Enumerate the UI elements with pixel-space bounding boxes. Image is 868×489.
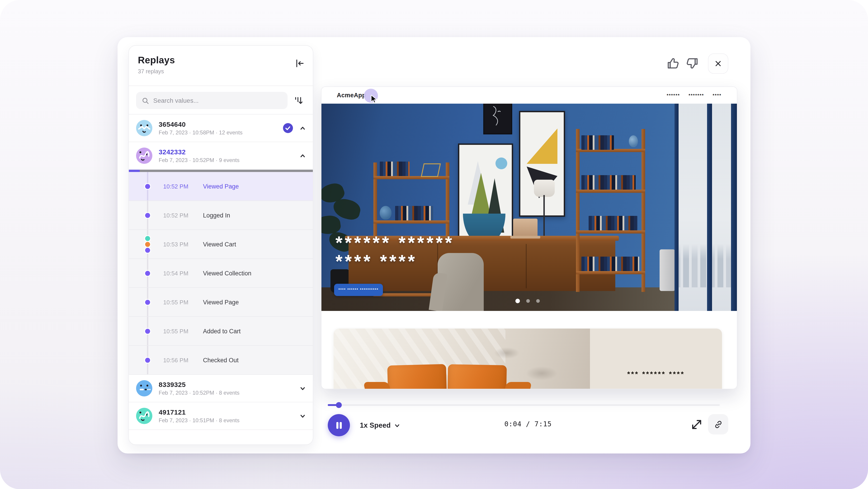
event-row[interactable]: 10:53 PMViewed Cart bbox=[129, 230, 313, 259]
nav-item-masked: **** bbox=[713, 93, 721, 98]
playback-time: 0:04 / 7:15 bbox=[492, 420, 564, 428]
screenshot-frame: Replays 37 replays Search values... 3654… bbox=[0, 0, 868, 489]
event-time: 10:52 PM bbox=[163, 183, 188, 190]
pause-icon bbox=[334, 421, 343, 430]
thumbs-down-icon bbox=[685, 56, 700, 70]
event-time: 10:55 PM bbox=[163, 328, 188, 335]
shelf-decor bbox=[421, 163, 441, 177]
session-meta: Feb 7, 2023 · 10:52PM · 8 events bbox=[159, 390, 299, 396]
thumbs-up-button[interactable] bbox=[665, 56, 680, 70]
avatar-face bbox=[136, 408, 152, 424]
hero-window bbox=[675, 104, 737, 311]
replay-hero-image: ****** ****** **** **** **** ****** ****… bbox=[321, 104, 737, 311]
sort-button[interactable] bbox=[292, 94, 306, 107]
session-row[interactable]: 3242332Feb 7, 2023 · 10:52PM · 9 events bbox=[129, 142, 313, 170]
playback-progress-bar[interactable] bbox=[328, 404, 720, 406]
shelf-board bbox=[576, 271, 645, 274]
carousel-dot[interactable] bbox=[536, 299, 540, 303]
lineart-face bbox=[484, 104, 509, 130]
session-row[interactable]: 3654640Feb 7, 2023 · 10:58PM · 12 events bbox=[129, 115, 313, 142]
page-title: Replays bbox=[138, 55, 304, 66]
search-row: Search values... bbox=[129, 86, 313, 114]
total-duration: 7:15 bbox=[535, 420, 552, 428]
carousel-dot[interactable] bbox=[526, 299, 530, 303]
event-dot bbox=[145, 270, 150, 276]
session-row[interactable]: 8339325Feb 7, 2023 · 10:52PM · 8 events bbox=[129, 375, 313, 402]
event-time: 10:56 PM bbox=[163, 356, 188, 364]
chevron-up-icon bbox=[299, 124, 307, 132]
sofa-cushion bbox=[447, 364, 507, 389]
desk-seam bbox=[526, 244, 527, 288]
close-icon bbox=[714, 59, 722, 68]
shelf-vase bbox=[380, 206, 392, 220]
avatar bbox=[136, 120, 152, 136]
shelf-books bbox=[380, 162, 410, 176]
site-nav: ****** ******* **** bbox=[666, 93, 721, 98]
session-texts: 3242332Feb 7, 2023 · 10:52PM · 9 events bbox=[159, 148, 299, 163]
time-separator: / bbox=[526, 420, 530, 428]
event-name: Added to Cart bbox=[203, 328, 241, 335]
site-logo: AcmeApp bbox=[337, 92, 366, 99]
replay-modal: Replays 37 replays Search values... 3654… bbox=[118, 37, 750, 454]
event-name: Viewed Page bbox=[203, 299, 239, 306]
shelf-vase bbox=[629, 135, 638, 147]
session-id: 3654640 bbox=[159, 120, 283, 128]
product-photo-sofa bbox=[334, 328, 590, 389]
window-mullion bbox=[731, 104, 737, 311]
thumbs-down-button[interactable] bbox=[685, 56, 700, 70]
event-row[interactable]: 10:52 PMViewed Page bbox=[129, 172, 313, 201]
chevron-down-icon bbox=[299, 384, 307, 392]
session-meta: Feb 7, 2023 · 10:52PM · 9 events bbox=[159, 157, 299, 163]
event-dot bbox=[145, 242, 150, 247]
event-row[interactable]: 10:56 PMChecked Out bbox=[129, 346, 313, 375]
speed-label: 1x Speed bbox=[360, 421, 391, 430]
shelf-post bbox=[642, 129, 645, 292]
hero-radiator bbox=[659, 249, 675, 291]
hero-cta-button[interactable]: **** ****** ********** bbox=[334, 284, 383, 296]
fullscreen-button[interactable] bbox=[690, 418, 704, 431]
close-button[interactable] bbox=[708, 53, 728, 74]
event-row[interactable]: 10:55 PMViewed Page bbox=[129, 288, 313, 317]
shelf-board bbox=[576, 230, 645, 233]
copy-link-button[interactable] bbox=[708, 414, 728, 434]
avatar bbox=[136, 380, 152, 397]
event-dot bbox=[145, 299, 150, 305]
event-row[interactable]: 10:55 PMAdded to Cart bbox=[129, 317, 313, 346]
event-name: Logged In bbox=[203, 212, 230, 219]
check-icon bbox=[283, 123, 293, 133]
carousel-dot-active[interactable] bbox=[515, 299, 520, 303]
avatar bbox=[136, 408, 152, 424]
nav-item-masked: ****** bbox=[666, 93, 680, 98]
event-time: 10:52 PM bbox=[163, 212, 188, 219]
progress-knob[interactable] bbox=[336, 402, 342, 408]
session-meta: Feb 7, 2023 · 10:58PM · 12 events bbox=[159, 130, 283, 136]
collapse-sidebar-button[interactable] bbox=[293, 57, 307, 70]
sort-descending-icon bbox=[293, 95, 304, 106]
sofa-cushion bbox=[387, 364, 447, 389]
event-name: Viewed Page bbox=[203, 183, 239, 190]
session-meta: Feb 7, 2023 · 10:51PM · 8 events bbox=[159, 417, 299, 424]
cursor-icon bbox=[370, 94, 378, 104]
poster-shape bbox=[527, 128, 557, 164]
speed-dropdown[interactable]: 1x Speed bbox=[360, 420, 400, 431]
pause-button[interactable] bbox=[328, 414, 350, 436]
avatar bbox=[136, 147, 152, 164]
avatar-face bbox=[136, 120, 152, 136]
search-input[interactable]: Search values... bbox=[136, 92, 287, 109]
laptop-base bbox=[510, 236, 540, 238]
event-row[interactable]: 10:52 PMLogged In bbox=[129, 201, 313, 230]
event-row[interactable]: 10:54 PMViewed Collection bbox=[129, 259, 313, 288]
elapsed-time: 0:04 bbox=[504, 420, 522, 428]
nav-item-masked: ******* bbox=[688, 93, 704, 98]
session-id: 8339325 bbox=[159, 381, 299, 388]
event-time: 10:55 PM bbox=[163, 299, 188, 306]
window-mullion bbox=[707, 104, 712, 311]
event-dot bbox=[145, 357, 150, 363]
event-time: 10:54 PM bbox=[163, 270, 188, 277]
session-texts: 8339325Feb 7, 2023 · 10:52PM · 8 events bbox=[159, 381, 299, 396]
session-row[interactable]: 4917121Feb 7, 2023 · 10:51PM · 8 events bbox=[129, 402, 313, 430]
search-icon bbox=[142, 97, 149, 104]
chevron-down-icon bbox=[394, 423, 400, 428]
shelf-books bbox=[589, 216, 638, 230]
session-progress-bar[interactable] bbox=[129, 170, 313, 172]
